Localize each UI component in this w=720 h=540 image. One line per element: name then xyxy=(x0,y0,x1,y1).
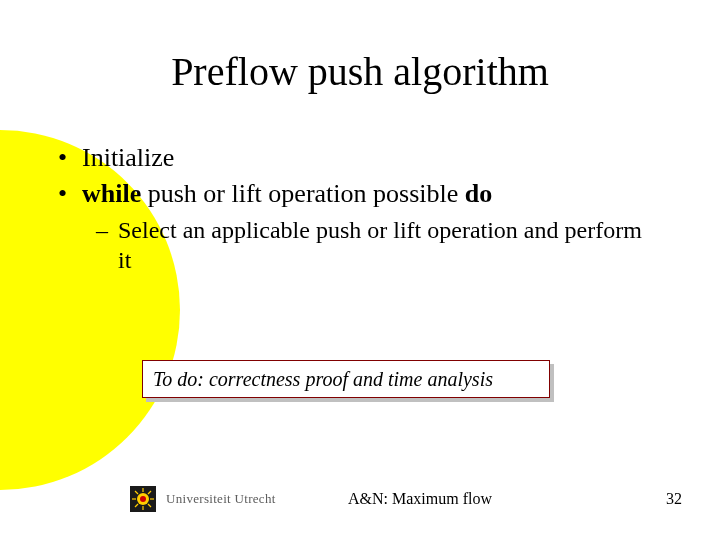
bullet-text: while push or lift operation possible do xyxy=(82,179,492,209)
bullet-item: • Initialize xyxy=(58,143,720,173)
sub-bullet-text: Select an applicable push or lift operat… xyxy=(118,215,656,275)
bullet-item: • while push or lift operation possible … xyxy=(58,179,720,209)
slide-content: Preflow push algorithm • Initialize • wh… xyxy=(0,0,720,540)
slide-footer: Universiteit Utrecht A&N: Maximum flow 3… xyxy=(0,482,720,512)
slide-title: Preflow push algorithm xyxy=(0,0,720,95)
page-number: 32 xyxy=(666,490,682,508)
callout-text: To do: correctness proof and time analys… xyxy=(153,368,493,391)
kw-while: while xyxy=(82,179,141,208)
footer-center-text: A&N: Maximum flow xyxy=(0,490,720,508)
bullet-marker: • xyxy=(58,143,82,173)
callout-box: To do: correctness proof and time analys… xyxy=(142,360,550,398)
bullet-text: Initialize xyxy=(82,143,174,173)
bullet-list: • Initialize • while push or lift operat… xyxy=(58,143,720,275)
sub-bullet-item: – Select an applicable push or lift oper… xyxy=(96,215,656,275)
dash-marker: – xyxy=(96,215,118,245)
bullet-mid: push or lift operation possible xyxy=(141,179,465,208)
callout-content: To do: correctness proof and time analys… xyxy=(142,360,550,398)
bullet-marker: • xyxy=(58,179,82,209)
kw-do: do xyxy=(465,179,492,208)
